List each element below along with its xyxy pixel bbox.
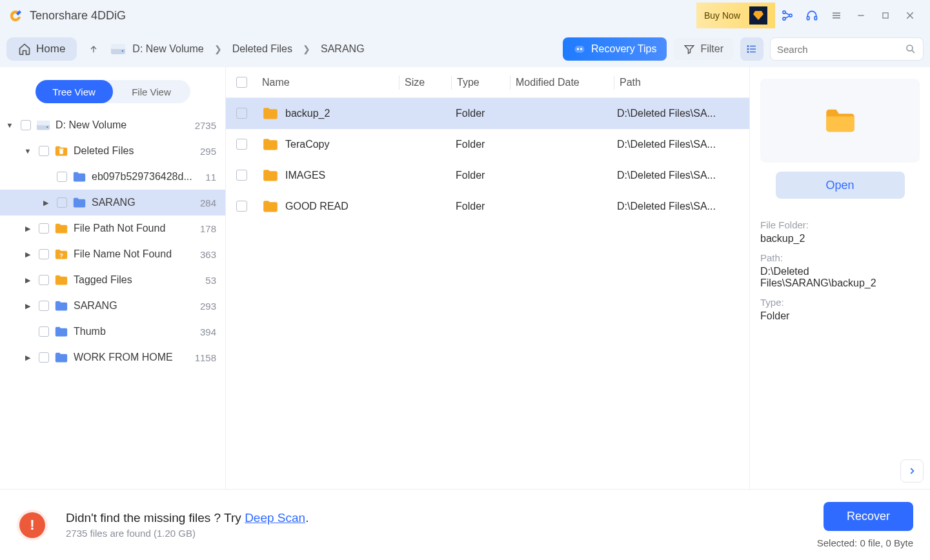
tree-view-tab[interactable]: Tree View (35, 80, 113, 103)
breadcrumb-1[interactable]: Deleted Files (232, 43, 292, 55)
list-mode-button[interactable] (740, 37, 763, 61)
svg-point-17 (580, 48, 582, 50)
home-button[interactable]: Home (6, 37, 77, 61)
tree-label: Thumb (74, 326, 200, 337)
file-row[interactable]: GOOD READFolderD:\Deleted Files\SA... (226, 191, 749, 222)
search-box[interactable] (770, 37, 924, 61)
caret-icon[interactable]: ▶ (40, 199, 52, 207)
file-row[interactable]: backup_2FolderD:\Deleted Files\SA... (226, 98, 749, 129)
row-checkbox[interactable] (236, 108, 247, 119)
tree-label: eb097b529736428d... (92, 171, 205, 183)
caret-icon[interactable]: ▶ (22, 225, 34, 233)
filter-label: Filter (700, 43, 723, 55)
file-path: D:\Deleted Files\SA... (612, 139, 749, 150)
tree-label: WORK FROM HOME (74, 352, 195, 363)
deep-scan-link[interactable]: Deep Scan (245, 511, 305, 525)
tree-checkbox[interactable] (57, 197, 67, 208)
col-type[interactable]: Type (452, 77, 510, 88)
recover-button[interactable]: Recover (824, 502, 913, 531)
tree-item[interactable]: ▶WORK FROM HOME1158 (0, 345, 225, 370)
tree-count: 11 (205, 172, 216, 183)
drive-icon (110, 43, 126, 55)
up-button[interactable] (83, 39, 104, 59)
file-view-tab[interactable]: File View (113, 80, 190, 103)
tree-item[interactable]: ▼Deleted Files295 (0, 138, 225, 164)
app-title: Tenorshare 4DDiG (30, 9, 126, 23)
tree-item[interactable]: ▼D: New Volume2735 (0, 112, 225, 138)
file-type: Folder (450, 201, 509, 212)
minimize-icon[interactable] (849, 3, 873, 28)
col-name[interactable]: Name (257, 77, 399, 88)
col-modified[interactable]: Modified Date (510, 77, 614, 88)
tree-item[interactable]: ▶Tagged Files53 (0, 267, 225, 293)
row-checkbox[interactable] (236, 139, 247, 150)
tree-checkbox[interactable] (39, 301, 49, 311)
tree-item[interactable]: ▶SARANG284 (0, 190, 225, 215)
yellow-folder-icon (54, 223, 68, 234)
tree-item[interactable]: eb097b529736428d...11 (0, 164, 225, 190)
caret-icon[interactable]: ▼ (4, 121, 15, 129)
tree-checkbox[interactable] (57, 172, 67, 182)
close-icon[interactable] (898, 3, 922, 28)
menu-icon[interactable] (824, 3, 849, 28)
tree-item[interactable]: Thumb394 (0, 319, 225, 345)
tree-item[interactable]: ▶?File Name Not Found363 (0, 241, 225, 267)
svg-rect-15 (575, 46, 585, 53)
filter-button[interactable]: Filter (673, 38, 734, 60)
folder-large-icon (824, 106, 857, 135)
row-checkbox[interactable] (236, 201, 247, 212)
search-input[interactable] (777, 44, 905, 55)
svg-point-22 (747, 48, 749, 50)
select-all-checkbox[interactable] (236, 77, 247, 88)
headset-icon[interactable] (800, 3, 824, 28)
meta-folder-value: backup_2 (760, 233, 920, 245)
buy-now-label: Buy Now (704, 10, 740, 21)
exclamation-icon: ! (19, 512, 45, 538)
meta-folder-label: File Folder: (760, 219, 920, 230)
col-size[interactable]: Size (399, 77, 451, 88)
tree-checkbox[interactable] (39, 275, 49, 285)
file-row[interactable]: IMAGESFolderD:\Deleted Files\SA... (226, 160, 749, 191)
breadcrumb-2[interactable]: SARANG (321, 43, 365, 55)
yellow-folder-icon (54, 274, 68, 286)
svg-rect-4 (814, 17, 816, 20)
svg-text:?: ? (59, 252, 63, 259)
maximize-icon[interactable] (873, 3, 898, 28)
caret-icon[interactable]: ▶ (22, 276, 34, 285)
preview-box (760, 79, 920, 163)
svg-point-28 (46, 126, 48, 128)
tree-checkbox[interactable] (39, 146, 49, 156)
diamond-icon (749, 6, 767, 25)
caret-icon[interactable]: ▶ (22, 354, 34, 362)
tree-checkbox[interactable] (39, 249, 49, 259)
file-row[interactable]: TeraCopyFolderD:\Deleted Files\SA... (226, 129, 749, 160)
caret-icon[interactable]: ▶ (22, 250, 34, 259)
toolbar: Home D: New Volume ❯ Deleted Files ❯ SAR… (0, 31, 930, 67)
deep-scan-prompt: Didn't find the missing files ? Try Deep… (66, 511, 308, 525)
buy-now-button[interactable]: Buy Now (696, 3, 775, 28)
caret-icon[interactable]: ▶ (22, 302, 34, 310)
row-checkbox[interactable] (236, 170, 247, 181)
svg-rect-29 (59, 150, 63, 154)
svg-line-25 (912, 50, 915, 53)
tree-count: 394 (200, 326, 216, 337)
tree-checkbox[interactable] (39, 352, 49, 363)
tree-checkbox[interactable] (39, 326, 49, 337)
tree-item[interactable]: ▶SARANG293 (0, 293, 225, 319)
open-button[interactable]: Open (776, 172, 905, 199)
tree-item[interactable]: ▶File Path Not Found178 (0, 215, 225, 241)
tree-checkbox[interactable] (21, 120, 31, 130)
recovery-tips-label: Recovery Tips (591, 43, 656, 55)
tree-checkbox[interactable] (39, 223, 49, 234)
search-icon (905, 43, 916, 55)
caret-icon[interactable]: ▼ (22, 147, 34, 155)
file-path: D:\Deleted Files\SA... (612, 108, 749, 119)
recovery-tips-button[interactable]: Recovery Tips (563, 37, 667, 61)
breadcrumb-0[interactable]: D: New Volume (132, 43, 203, 55)
share-icon[interactable] (775, 3, 800, 28)
collapse-details-button[interactable] (900, 459, 924, 483)
svg-rect-13 (111, 44, 125, 49)
folder-icon (262, 137, 279, 152)
tree-label: Tagged Files (74, 274, 205, 286)
col-path[interactable]: Path (614, 77, 749, 88)
